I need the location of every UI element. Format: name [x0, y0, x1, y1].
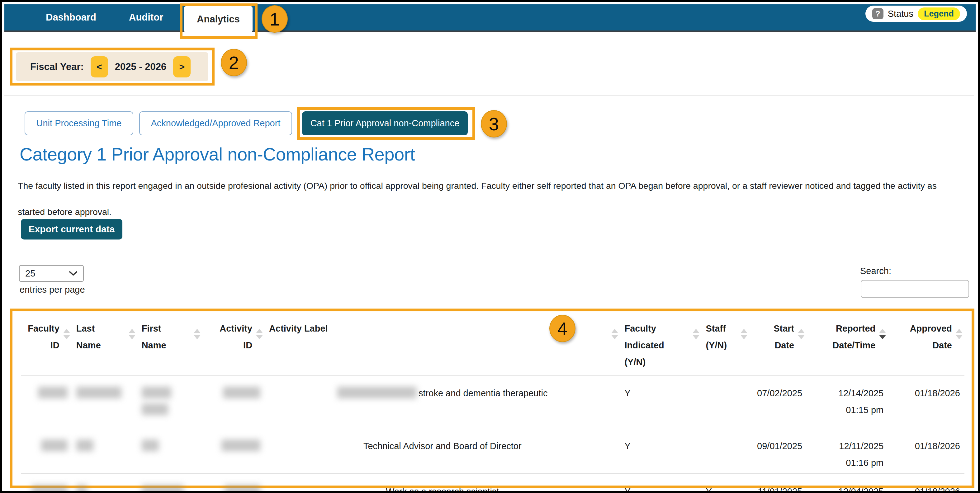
cell-activity-id [202, 375, 265, 428]
cell-start-date: 11/01/2025 [749, 473, 807, 493]
header-line: Approved [892, 320, 952, 337]
table-row: Technical Advisor and Board of Director … [21, 428, 964, 473]
annotation-step-1: 1 [262, 5, 288, 33]
header-line: ID [25, 337, 59, 354]
redacted-value [38, 387, 68, 398]
header-line: ID [207, 337, 252, 354]
cell-approved-date: 01/18/2026 [888, 428, 964, 473]
search-input[interactable] [861, 280, 969, 298]
redacted-value [142, 485, 184, 493]
sort-icon[interactable] [256, 329, 263, 339]
cell-approved-date: 01/18/2026 [888, 473, 964, 493]
annotation-step-4: 4 [549, 315, 576, 342]
cell-activity-id [202, 428, 265, 473]
fiscal-year-selector: Fiscal Year: < 2025 - 2026 > [16, 52, 208, 81]
sort-icon[interactable] [194, 329, 200, 339]
header-line: First [142, 320, 198, 337]
cell-activity-label: Technical Advisor and Board of Director [265, 428, 620, 473]
activity-label-text: stroke and dementia therapeutic [418, 388, 547, 398]
sort-icon[interactable] [692, 329, 699, 339]
table-row: stroke and dementia therapeutic Y 07/02/… [21, 375, 964, 428]
status-button[interactable]: ? Status Legend [865, 6, 967, 22]
cell-faculty-id [21, 428, 72, 473]
cell-reported-datetime: 12/14/2025 01:15 pm [807, 375, 888, 428]
cell-start-date: 09/01/2025 [749, 428, 807, 473]
reported-date: 12/14/2025 [811, 385, 883, 401]
column-header-last-name[interactable]: Last Name [72, 312, 137, 375]
column-header-reported-datetime[interactable]: Reported Date/Time [807, 312, 888, 375]
report-tab-cat1-non-compliance[interactable]: Cat 1 Prior Approval non-Compliance [302, 111, 468, 135]
redacted-value [223, 387, 260, 398]
cell-faculty-indicated: Y [620, 375, 701, 428]
column-header-faculty-indicated[interactable]: Faculty Indicated (Y/N) [620, 312, 701, 375]
header-line: Name [142, 337, 198, 354]
sort-icon-descending[interactable] [879, 329, 886, 339]
reported-time: 01:15 pm [811, 401, 883, 418]
redacted-value [76, 485, 87, 493]
column-header-first-name[interactable]: First Name [137, 312, 203, 375]
tab-analytics[interactable]: Analytics [184, 6, 253, 32]
column-header-activity-id[interactable]: Activity ID [202, 312, 265, 375]
tab-dashboard[interactable]: Dashboard [46, 4, 96, 30]
table-row: Work as a research scientist Y Y 11/01/2… [21, 473, 964, 493]
export-button[interactable]: Export current data [21, 219, 123, 239]
column-header-faculty-id[interactable]: Faculty ID [21, 312, 72, 375]
cell-staff-indicated [701, 375, 749, 428]
redacted-value [142, 403, 168, 415]
header-line: (Y/N) [706, 337, 745, 354]
cell-staff-indicated: Y [701, 473, 749, 493]
column-header-staff[interactable]: Staff (Y/N) [701, 312, 749, 375]
sort-icon[interactable] [129, 329, 135, 339]
fiscal-year-prev-button[interactable]: < [91, 56, 108, 78]
column-header-start-date[interactable]: Start Date [749, 312, 807, 375]
cell-first-name [137, 473, 203, 493]
cell-approved-date: 01/18/2026 [888, 375, 964, 428]
cell-last-name [72, 473, 137, 493]
fiscal-year-next-button[interactable]: > [173, 56, 191, 78]
section-divider [4, 95, 974, 96]
report-table: Faculty ID Last Name First Name Activity… [21, 312, 964, 493]
cell-last-name [72, 375, 137, 428]
search-label: Search: [860, 266, 891, 276]
help-icon: ? [872, 8, 883, 19]
sort-icon[interactable] [956, 329, 963, 339]
cell-start-date: 07/02/2025 [749, 375, 807, 428]
cell-faculty-id [21, 375, 72, 428]
redacted-value [142, 439, 159, 451]
header-line: Date [754, 337, 794, 354]
entries-per-page-label: entries per page [20, 285, 85, 295]
sort-icon[interactable] [741, 329, 748, 339]
header-line: Last [76, 320, 133, 337]
reported-date: 12/04/2025 [811, 483, 883, 493]
cell-first-name [137, 428, 203, 473]
redacted-value [224, 485, 260, 493]
sort-icon[interactable] [611, 329, 618, 339]
cell-first-name [137, 375, 203, 428]
redacted-value [32, 485, 68, 493]
page-description: The faculty listed in this report engage… [18, 173, 950, 225]
report-tab-unit-processing-time[interactable]: Unit Processing Time [25, 111, 133, 135]
column-header-approved-date[interactable]: Approved Date [888, 312, 964, 375]
header-line: Activity [207, 320, 252, 337]
sort-icon[interactable] [798, 329, 805, 339]
redacted-value [337, 387, 417, 398]
page-size-value: 25 [25, 268, 35, 279]
header-line: Start [754, 320, 794, 337]
annotation-step-3: 3 [481, 110, 507, 138]
cell-faculty-indicated: Y [620, 428, 701, 473]
report-tab-acknowledged-approved[interactable]: Acknowledged/Approved Report [139, 111, 292, 135]
header-line: Faculty [624, 320, 697, 337]
reported-date: 12/11/2025 [811, 438, 883, 455]
cell-staff-indicated [701, 428, 749, 473]
page-size-select[interactable]: 25 [19, 265, 84, 282]
sort-icon[interactable] [63, 329, 70, 339]
tab-auditor[interactable]: Auditor [129, 4, 163, 30]
status-label: Status [888, 9, 913, 19]
redacted-value [41, 439, 68, 451]
header-line: Reported [811, 320, 875, 337]
cell-activity-label: stroke and dementia therapeutic [265, 375, 620, 428]
cell-last-name [72, 428, 137, 473]
cell-reported-datetime: 12/11/2025 01:16 pm [807, 428, 888, 473]
redacted-value [76, 439, 94, 451]
cell-reported-datetime: 12/04/2025 11:46 am [807, 473, 888, 493]
